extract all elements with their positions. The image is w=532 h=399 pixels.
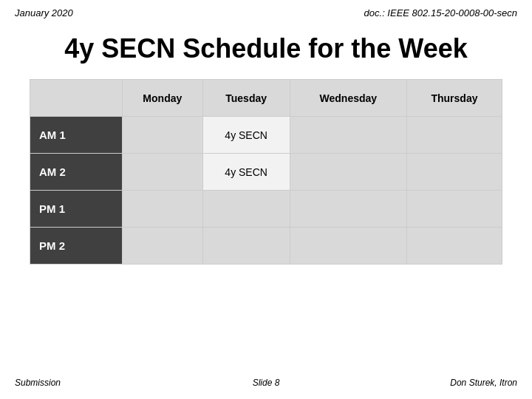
cell-pm1-wednesday xyxy=(290,191,406,228)
cell-am2-wednesday xyxy=(290,154,406,191)
cell-pm2-wednesday xyxy=(290,228,406,265)
page-footer: Submission Slide 8 Don Sturek, Itron xyxy=(0,378,532,388)
row-label-pm1: PM 1 xyxy=(30,191,123,228)
cell-am1-tuesday: 4y SECN xyxy=(202,117,290,154)
schedule-table-container: Monday Tuesday Wednesday Thursday AM 1 4… xyxy=(0,79,532,265)
cell-am1-monday xyxy=(123,117,203,154)
table-row: PM 2 xyxy=(30,228,502,265)
col-header-monday: Monday xyxy=(123,80,203,117)
col-header-thursday: Thursday xyxy=(406,80,502,117)
row-label-am1: AM 1 xyxy=(30,117,123,154)
cell-pm2-tuesday xyxy=(202,228,290,265)
footer-submission: Submission xyxy=(15,378,61,388)
cell-pm1-tuesday xyxy=(202,191,290,228)
header-doc: doc.: IEEE 802.15-20-0008-00-secn xyxy=(364,7,517,18)
cell-am2-thursday xyxy=(406,154,502,191)
col-header-tuesday: Tuesday xyxy=(202,80,290,117)
table-row: AM 1 4y SECN xyxy=(30,117,502,154)
cell-am2-monday xyxy=(123,154,203,191)
cell-am1-thursday xyxy=(406,117,502,154)
table-header-row: Monday Tuesday Wednesday Thursday xyxy=(30,80,502,117)
title-section: 4y SECN Schedule for the Week xyxy=(0,22,532,79)
table-row: AM 2 4y SECN xyxy=(30,154,502,191)
cell-pm1-thursday xyxy=(406,191,502,228)
schedule-table: Monday Tuesday Wednesday Thursday AM 1 4… xyxy=(30,79,502,265)
cell-am1-wednesday xyxy=(290,117,406,154)
cell-pm2-thursday xyxy=(406,228,502,265)
cell-pm1-monday xyxy=(123,191,203,228)
footer-slide: Slide 8 xyxy=(253,378,280,388)
header-date: January 2020 xyxy=(15,7,73,18)
cell-am2-tuesday: 4y SECN xyxy=(202,154,290,191)
row-label-pm2: PM 2 xyxy=(30,228,123,265)
page-title: 4y SECN Schedule for the Week xyxy=(15,33,517,64)
table-row: PM 1 xyxy=(30,191,502,228)
page-header: January 2020 doc.: IEEE 802.15-20-0008-0… xyxy=(0,0,532,22)
col-header-wednesday: Wednesday xyxy=(290,80,406,117)
row-label-am2: AM 2 xyxy=(30,154,123,191)
footer-author: Don Sturek, Itron xyxy=(450,378,517,388)
col-header-empty xyxy=(30,80,123,117)
cell-pm2-monday xyxy=(123,228,203,265)
